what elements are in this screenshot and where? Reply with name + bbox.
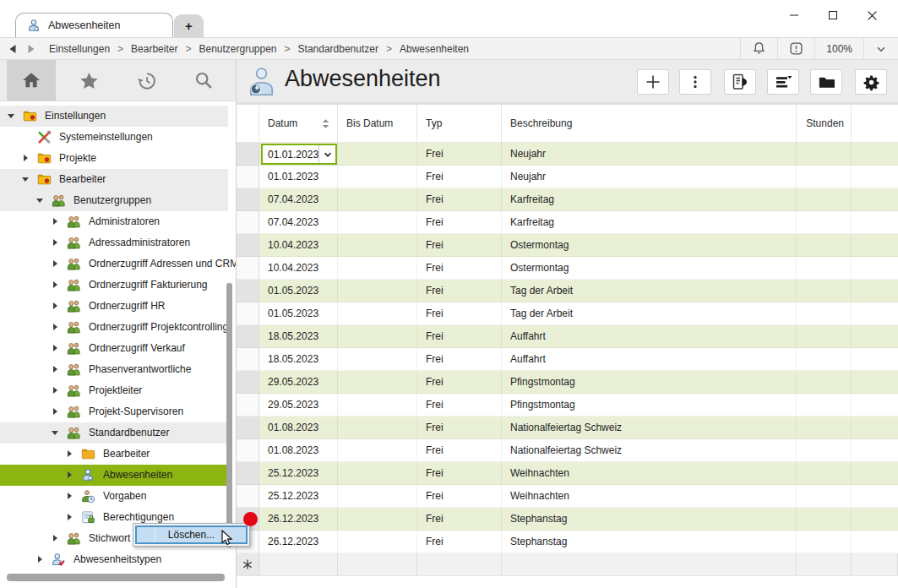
row-selector[interactable] <box>237 234 259 257</box>
cell-datum[interactable]: 01.08.2023 <box>259 416 338 439</box>
expand-arrow-icon[interactable] <box>35 555 44 564</box>
row-selector[interactable] <box>237 211 259 234</box>
tree-item-adressadministratoren[interactable]: Adressadministratoren <box>0 232 228 253</box>
cell-typ[interactable]: Frei <box>417 234 502 257</box>
tab-abwesenheiten[interactable]: Abwesenheiten <box>15 13 173 37</box>
cell-beschreibung[interactable]: Karfreitag <box>502 211 797 234</box>
row-selector[interactable] <box>237 371 259 394</box>
cell-beschreibung[interactable]: Auffahrt <box>502 348 797 371</box>
cell-bis_datum[interactable] <box>338 166 417 188</box>
cell-typ[interactable]: Frei <box>417 143 502 166</box>
report-button[interactable] <box>724 69 756 95</box>
table-row[interactable]: 10.04.2023FreiOstermontag <box>237 234 898 257</box>
empty-cell[interactable] <box>797 553 852 576</box>
empty-cell[interactable] <box>338 553 417 576</box>
cell-beschreibung[interactable]: Neujahr <box>502 166 797 188</box>
table-row[interactable]: 29.05.2023FreiPfingstmontag <box>237 371 898 394</box>
cell-bis_datum[interactable] <box>338 257 417 280</box>
expand-arrow-icon[interactable] <box>51 344 59 352</box>
table-row[interactable]: 01.05.2023FreiTag der Arbeit <box>237 280 898 302</box>
cell-typ[interactable]: Frei <box>417 416 502 439</box>
cell-beschreibung[interactable]: Pfingstmontag <box>502 371 797 394</box>
row-selector[interactable] <box>237 302 259 325</box>
cell-beschreibung[interactable]: Tag der Arbeit <box>502 302 797 325</box>
cell-bis_datum[interactable] <box>338 143 417 166</box>
column-header-beschreibung[interactable]: Beschreibung <box>502 105 797 143</box>
cell-typ[interactable]: Frei <box>417 531 502 553</box>
column-header-bis_datum[interactable]: Bis Datum <box>338 105 417 143</box>
row-selector[interactable] <box>237 325 259 348</box>
cell-stunden[interactable] <box>797 531 852 553</box>
view-options-button[interactable] <box>767 69 799 95</box>
expand-arrow-icon[interactable] <box>65 449 73 458</box>
cell-typ[interactable]: Frei <box>417 302 502 325</box>
cell-stunden[interactable] <box>797 211 852 234</box>
row-selector[interactable] <box>237 462 259 485</box>
tree-item-ordnerzugriff-hr[interactable]: Ordnerzugriff HR <box>0 296 228 317</box>
cell-typ[interactable]: Frei <box>417 257 502 280</box>
cell-bis_datum[interactable] <box>338 211 417 234</box>
tree-item-phasenverantwortliche[interactable]: Phasenverantwortliche <box>0 359 228 380</box>
expand-arrow-icon[interactable] <box>65 471 73 479</box>
cell-stunden[interactable] <box>797 508 852 531</box>
cell-typ[interactable]: Frei <box>417 462 502 485</box>
cell-bis_datum[interactable] <box>338 234 417 257</box>
row-selector[interactable] <box>237 280 259 302</box>
column-header-typ[interactable]: Typ <box>417 105 502 143</box>
tree-item-projektleiter[interactable]: Projektleiter <box>0 380 228 401</box>
expand-arrow-icon[interactable] <box>51 238 59 247</box>
folder-button[interactable] <box>810 69 842 95</box>
cell-datum[interactable]: 01.01.2023 <box>259 166 338 188</box>
table-row[interactable]: 01.08.2023FreiNationalfeiertag Schweiz <box>237 439 898 462</box>
sidebar-vertical-scrollbar[interactable] <box>226 283 232 547</box>
cell-beschreibung[interactable]: Karfreitag <box>502 188 797 211</box>
cell-datum[interactable]: 10.04.2023 <box>259 234 338 257</box>
cell-bis_datum[interactable] <box>338 302 417 325</box>
cell-bis_datum[interactable] <box>338 371 417 394</box>
cell-typ[interactable]: Frei <box>417 485 502 508</box>
collapse-arrow-icon[interactable] <box>7 112 15 120</box>
zoom-level[interactable]: 100% <box>815 38 863 59</box>
empty-cell[interactable] <box>259 553 338 576</box>
cell-datum[interactable]: 29.05.2023 <box>259 371 338 394</box>
tree-item-benutzergruppen[interactable]: Benutzergruppen <box>0 190 228 211</box>
cell-stunden[interactable] <box>797 439 852 462</box>
cell-bis_datum[interactable] <box>338 485 417 508</box>
table-row[interactable]: 26.12.2023FreiStephanstag <box>237 508 898 531</box>
expand-arrow-icon[interactable] <box>65 492 73 500</box>
row-selector[interactable] <box>237 166 259 188</box>
row-selector[interactable] <box>237 143 259 166</box>
cell-datum[interactable]: 26.12.2023 <box>259 531 338 553</box>
nav-history-button[interactable] <box>122 60 171 101</box>
tree-item-ordnerzugriff-verkauf[interactable]: Ordnerzugriff Verkauf <box>0 338 228 359</box>
cell-datum[interactable]: 25.12.2023 <box>259 485 338 508</box>
cell-bis_datum[interactable] <box>338 188 417 211</box>
cell-stunden[interactable] <box>797 188 852 211</box>
cell-typ[interactable]: Frei <box>417 166 502 188</box>
table-row[interactable]: 29.05.2023FreiPfingstmontag <box>237 394 898 416</box>
row-selector[interactable] <box>237 257 259 280</box>
breadcrumb-item-bearbeiter[interactable]: Bearbeiter <box>131 43 177 55</box>
cell-beschreibung[interactable]: Weihnachten <box>502 462 797 485</box>
new-tab-button[interactable]: + <box>174 14 204 37</box>
cell-stunden[interactable] <box>797 394 852 416</box>
breadcrumb-item-benutzergruppen[interactable]: Benutzergruppen <box>199 43 276 55</box>
table-row[interactable]: 26.12.2023FreiStephanstag <box>237 531 898 553</box>
settings-button[interactable] <box>855 69 887 95</box>
cell-datum[interactable]: 18.05.2023 <box>259 325 338 348</box>
cell-stunden[interactable] <box>797 416 852 439</box>
cell-datum[interactable]: 07.04.2023 <box>259 188 338 211</box>
table-row[interactable]: 01.01.2023FreiNeujahr <box>237 166 898 188</box>
cell-stunden[interactable] <box>797 257 852 280</box>
table-row[interactable]: 25.12.2023FreiWeihnachten <box>237 462 898 485</box>
table-row[interactable]: 07.04.2023FreiKarfreitag <box>237 211 898 234</box>
cell-beschreibung[interactable]: Ostermontag <box>502 257 797 280</box>
cell-beschreibung[interactable]: Tag der Arbeit <box>502 280 797 302</box>
expand-arrow-icon[interactable] <box>51 323 59 331</box>
table-row[interactable]: 10.04.2023FreiOstermontag <box>237 257 898 280</box>
more-button[interactable] <box>679 69 711 95</box>
add-button[interactable] <box>637 69 669 95</box>
tree-item-ordnerzugriff-adressen-und-crm[interactable]: Ordnerzugriff Adressen und CRM <box>0 253 228 275</box>
cell-typ[interactable]: Frei <box>417 348 502 371</box>
breadcrumb-item-abwesenheiten[interactable]: Abwesenheiten <box>400 43 469 55</box>
